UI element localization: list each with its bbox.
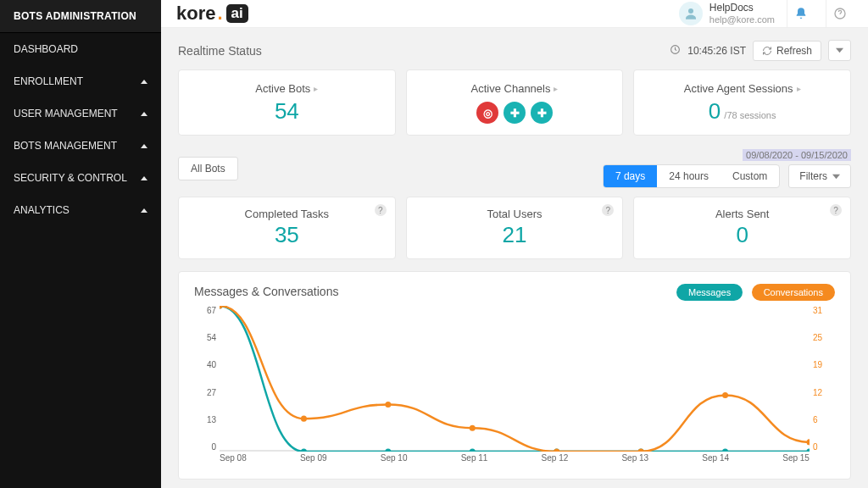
chevron-right-icon: ▸	[554, 84, 558, 93]
svg-point-15	[470, 425, 476, 431]
chart-title: Messages & Conversations	[194, 285, 338, 298]
svg-point-5	[301, 448, 307, 452]
svg-point-17	[638, 448, 644, 452]
user-name: HelpDocs	[709, 3, 775, 14]
card-active-channels[interactable]: Active Channels▸ ◎ ✚ ✚	[406, 69, 624, 136]
seg-custom[interactable]: Custom	[721, 165, 779, 187]
card-title: Active Agent Sessions	[684, 82, 793, 95]
refresh-label: Refresh	[776, 45, 812, 57]
stat-title: Alerts Sent	[648, 208, 837, 220]
svg-point-16	[554, 448, 559, 452]
all-bots-dropdown[interactable]: All Bots	[178, 157, 238, 180]
stat-value: 21	[420, 222, 609, 248]
content: Realtime Status 10:45:26 IST Refresh	[161, 28, 868, 488]
pill-messages[interactable]: Messages	[676, 284, 743, 301]
logo: kore.ai	[176, 3, 248, 25]
sidebar-item-security-control[interactable]: SECURITY & CONTROL	[0, 162, 161, 194]
svg-point-18	[722, 392, 728, 398]
stat-completed-tasks: ?Completed Tasks35	[178, 197, 396, 259]
date-range: 09/08/2020 - 09/15/2020	[743, 149, 851, 161]
x-axis: Sep 08Sep 09Sep 10Sep 11Sep 12Sep 13Sep …	[220, 453, 810, 467]
stat-value: 35	[192, 222, 381, 248]
chevron-up-icon	[141, 80, 147, 84]
logo-ai: ai	[226, 4, 248, 23]
y-axis-right: 3125191260	[813, 306, 835, 452]
clock-icon	[670, 44, 681, 58]
chevron-down-icon	[832, 173, 840, 180]
stat-value: 0	[648, 222, 837, 248]
chevron-right-icon: ▸	[314, 84, 318, 93]
topbar: kore.ai HelpDocs help@kore.com	[161, 0, 868, 28]
chevron-up-icon	[141, 208, 147, 213]
sidebar-item-label: DASHBOARD	[14, 43, 78, 55]
stat-title: Total Users	[420, 208, 609, 220]
sidebar: BOTS ADMINISTRATION DASHBOARDENROLLMENTU…	[0, 0, 161, 488]
help-icon[interactable]: ?	[375, 204, 387, 216]
help-icon[interactable]	[826, 0, 853, 27]
filters-label: Filters	[799, 170, 827, 182]
sidebar-item-label: ANALYTICS	[14, 204, 70, 216]
seg-7days[interactable]: 7 days	[604, 165, 657, 187]
sidebar-item-label: SECURITY & CONTROL	[14, 172, 127, 184]
card-value: 0	[709, 98, 721, 124]
filters-button[interactable]: Filters	[788, 164, 851, 188]
chart-area: 67544027130 3125191260 Sep 08Sep 09Sep 1…	[194, 306, 835, 467]
user-email: help@kore.com	[709, 14, 775, 25]
y-axis-left: 67544027130	[194, 306, 216, 452]
svg-point-0	[688, 8, 693, 14]
time-range-segment: 7 days 24 hours Custom	[603, 164, 780, 188]
channel-web-icon: ◎	[476, 102, 498, 124]
logo-text: kore	[176, 3, 215, 25]
realtime-title: Realtime Status	[178, 44, 262, 58]
sidebar-item-dashboard[interactable]: DASHBOARD	[0, 33, 161, 65]
channel-slack-icon: ✚	[504, 102, 526, 124]
stat-title: Completed Tasks	[192, 208, 381, 220]
chevron-up-icon	[141, 144, 147, 148]
stat-alerts-sent: ?Alerts Sent0	[633, 197, 851, 259]
svg-point-10	[722, 448, 728, 452]
main: kore.ai HelpDocs help@kore.com	[161, 0, 868, 488]
svg-point-7	[470, 448, 476, 452]
svg-point-6	[385, 448, 391, 452]
refresh-button[interactable]: Refresh	[753, 41, 821, 61]
chevron-up-icon	[141, 176, 147, 180]
realtime-time: 10:45:26 IST	[687, 45, 746, 57]
chevron-up-icon	[141, 112, 147, 116]
sidebar-item-enrollment[interactable]: ENROLLMENT	[0, 65, 161, 97]
chart-card: Messages & Conversations Messages Conver…	[178, 271, 851, 480]
sidebar-item-label: USER MANAGEMENT	[14, 108, 118, 119]
svg-point-13	[301, 416, 307, 422]
card-value: 54	[192, 98, 381, 125]
channel-teams-icon: ✚	[531, 102, 553, 124]
sidebar-item-user-management[interactable]: USER MANAGEMENT	[0, 97, 161, 130]
seg-24h[interactable]: 24 hours	[657, 165, 721, 187]
sidebar-item-label: BOTS MANAGEMENT	[14, 140, 117, 152]
card-active-agents[interactable]: Active Agent Sessions▸ 0/78 sessions	[633, 69, 851, 136]
card-sub: /78 sessions	[724, 110, 776, 120]
sidebar-item-label: ENROLLMENT	[14, 75, 83, 87]
help-icon[interactable]: ?	[602, 204, 614, 216]
chart-plot	[220, 306, 810, 452]
help-icon[interactable]: ?	[830, 204, 842, 216]
card-title: Active Channels	[471, 82, 551, 95]
stat-total-users: ?Total Users21	[406, 197, 624, 259]
avatar-icon	[679, 2, 703, 25]
card-title: Active Bots	[255, 82, 310, 95]
svg-point-12	[220, 306, 222, 309]
sidebar-item-analytics[interactable]: ANALYTICS	[0, 194, 161, 226]
pill-conversations[interactable]: Conversations	[752, 284, 835, 301]
card-active-bots[interactable]: Active Bots▸ 54	[178, 69, 396, 136]
user-block[interactable]: HelpDocs help@kore.com	[679, 2, 775, 25]
chevron-right-icon: ▸	[797, 84, 801, 93]
svg-point-19	[807, 439, 810, 445]
refresh-dropdown[interactable]	[828, 40, 851, 61]
sidebar-item-bots-management[interactable]: BOTS MANAGEMENT	[0, 130, 161, 162]
logo-dot: .	[217, 3, 222, 25]
svg-point-11	[807, 448, 810, 452]
sidebar-title: BOTS ADMINISTRATION	[0, 0, 161, 33]
svg-point-14	[385, 402, 391, 408]
notification-icon[interactable]	[787, 0, 814, 27]
topbar-right: HelpDocs help@kore.com	[679, 0, 853, 27]
